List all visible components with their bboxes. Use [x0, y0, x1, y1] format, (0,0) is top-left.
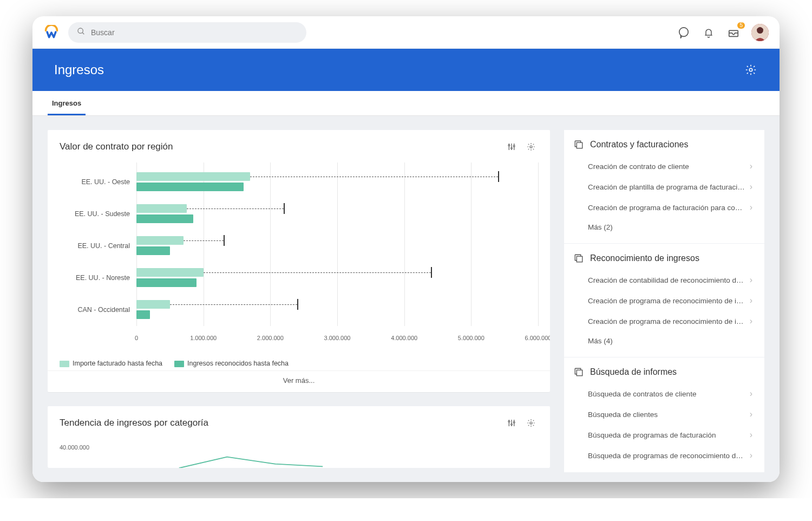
- chevron-right-icon: ›: [750, 430, 752, 440]
- error-tick: [431, 267, 432, 278]
- panel-link[interactable]: Más (2): [574, 218, 755, 237]
- gridline: [538, 162, 539, 326]
- svg-point-12: [513, 145, 515, 147]
- error-dash: [170, 304, 297, 305]
- legend-item-2: Ingresos reconocidos hasta fecha: [174, 360, 289, 367]
- chevron-right-icon: ›: [750, 389, 752, 399]
- chevron-right-icon: ›: [750, 451, 752, 460]
- bell-icon[interactable]: [702, 25, 716, 40]
- error-tick: [297, 299, 298, 310]
- panel-link[interactable]: Creación de contabilidad de reconocimien…: [574, 270, 755, 290]
- bar-series1[interactable]: [136, 172, 250, 181]
- panel-link[interactable]: Creación de contrato de cliente›: [574, 156, 755, 177]
- panel-link[interactable]: Creación de plantilla de programa de fac…: [574, 177, 755, 197]
- chart-card-region: Valor de contrato por región 01.000.0002…: [48, 130, 550, 392]
- sliders-icon[interactable]: [505, 140, 519, 154]
- panel-link[interactable]: Búsqueda de clientes›: [574, 404, 755, 425]
- panel-link[interactable]: Creación de programa de reconocimiento d…: [574, 290, 755, 311]
- gear-icon[interactable]: [524, 140, 538, 154]
- page-title: Ingresos: [54, 62, 104, 77]
- panel-link-label: Búsqueda de contratos de cliente: [588, 390, 696, 398]
- error-dash: [204, 272, 431, 273]
- inbox-icon[interactable]: 5: [726, 25, 741, 40]
- x-tick-label: 4.000.000: [391, 335, 417, 341]
- bar-series1[interactable]: [136, 300, 170, 309]
- panel-link-label: Búsqueda de programas de reconocimiento …: [588, 452, 745, 460]
- search-box[interactable]: [68, 22, 306, 43]
- inbox-badge: 5: [737, 22, 745, 29]
- bar-series2[interactable]: [136, 278, 197, 287]
- chevron-right-icon: ›: [750, 203, 752, 212]
- bar-series1[interactable]: [136, 204, 187, 213]
- chevron-right-icon: ›: [750, 409, 752, 419]
- chart2-title: Tendencia de ingresos por categoría: [60, 418, 208, 428]
- chart-card-tendencia: Tendencia de ingresos por categoría 40.0…: [48, 406, 550, 468]
- panel-link[interactable]: Búsqueda de programas de reconocimiento …: [574, 445, 755, 466]
- bar-series2[interactable]: [136, 183, 244, 191]
- y-category-label: EE. UU. - Noreste: [60, 268, 130, 288]
- bar-series1[interactable]: [136, 268, 204, 277]
- bar-series2[interactable]: [136, 214, 193, 223]
- panel-link-label: Más (2): [588, 223, 613, 231]
- svg-line-1: [82, 32, 84, 34]
- svg-point-2: [679, 27, 689, 36]
- bar-series2[interactable]: [136, 246, 170, 255]
- error-tick: [284, 203, 285, 214]
- panel-link[interactable]: Búsqueda de programas de facturación›: [574, 425, 755, 445]
- panel-link-label: Creación de programa de reconocimiento d…: [588, 297, 745, 305]
- error-dash: [187, 209, 284, 209]
- x-tick-label: 0: [135, 335, 138, 341]
- y-category-label: CAN - Occidental: [60, 300, 130, 320]
- panel-link[interactable]: Búsqueda de contratos de cliente›: [574, 383, 755, 404]
- panel-link[interactable]: Más (4): [574, 331, 755, 350]
- avatar[interactable]: [751, 24, 769, 41]
- gear-icon[interactable]: [524, 416, 538, 430]
- panel-section: Contratos y facturacionesCreación de con…: [564, 130, 764, 244]
- panel-link-label: Búsqueda de programas de facturación: [588, 431, 716, 439]
- svg-rect-23: [577, 370, 582, 376]
- panel-link-label: Creación de contabilidad de reconocimien…: [588, 276, 745, 284]
- tabstrip: Ingresos: [32, 91, 780, 116]
- see-more-link[interactable]: Ver más...: [48, 370, 550, 392]
- panel-title: Contratos y facturaciones: [574, 140, 755, 149]
- bar-series1[interactable]: [136, 236, 184, 245]
- x-tick-label: 2.000.000: [257, 335, 284, 341]
- svg-rect-22: [577, 256, 582, 262]
- tab-ingresos[interactable]: Ingresos: [48, 92, 86, 115]
- workday-logo[interactable]: [43, 24, 60, 41]
- svg-point-15: [508, 421, 510, 422]
- svg-rect-3: [729, 30, 738, 36]
- panel-link[interactable]: Creación de programa de reconocimiento d…: [574, 311, 755, 331]
- legend-item-1: Importe facturado hasta fecha: [60, 360, 162, 367]
- error-tick: [498, 171, 499, 182]
- panel-link-label: Búsqueda de clientes: [588, 411, 658, 419]
- panel-link-label: Creación de plantilla de programa de fac…: [588, 183, 745, 191]
- topbar: 5: [32, 16, 780, 49]
- y-category-label: EE. UU. - Oeste: [60, 172, 130, 192]
- svg-point-19: [513, 421, 515, 423]
- panel-section: Búsqueda de informesBúsqueda de contrato…: [564, 357, 764, 473]
- x-tick-label: 3.000.000: [324, 335, 351, 341]
- banner-settings-icon[interactable]: [744, 63, 758, 77]
- chevron-right-icon: ›: [750, 296, 752, 305]
- stack-icon: [574, 140, 584, 149]
- panel-link[interactable]: Creación de programa de facturación para…: [574, 197, 755, 218]
- chart1-area: 01.000.0002.000.0003.000.0004.000.0005.0…: [48, 158, 550, 349]
- chat-icon[interactable]: [677, 25, 691, 40]
- left-column: Valor de contrato por región 01.000.0002…: [48, 130, 550, 468]
- stack-icon: [574, 367, 584, 377]
- chevron-right-icon: ›: [750, 275, 752, 285]
- search-input[interactable]: [91, 28, 298, 37]
- svg-point-13: [530, 146, 532, 148]
- x-tick-label: 1.000.000: [190, 335, 217, 341]
- bar-series2[interactable]: [136, 310, 150, 319]
- panel-title: Búsqueda de informes: [574, 367, 755, 377]
- svg-point-10: [511, 147, 513, 149]
- svg-point-6: [749, 68, 752, 71]
- svg-point-8: [508, 145, 510, 146]
- top-icons: 5: [677, 24, 769, 41]
- chart2-ytick: 40.000.000: [60, 444, 89, 451]
- sliders-icon[interactable]: [505, 416, 519, 430]
- app-frame: 5 Ingresos Ingresos Valor de contrato po…: [32, 16, 780, 482]
- error-dash: [184, 240, 224, 241]
